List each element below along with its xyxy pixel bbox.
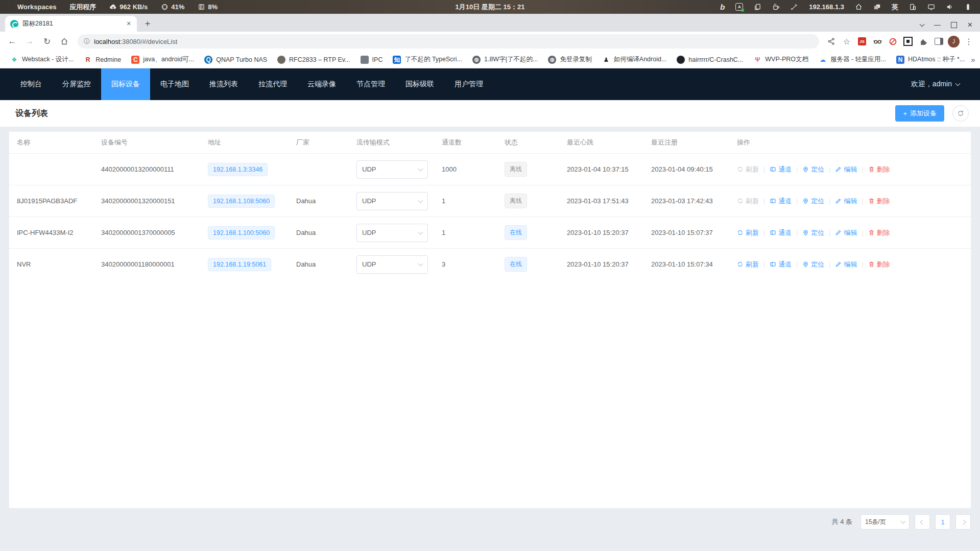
goggles-extension-icon[interactable]: [871, 35, 883, 47]
row-refresh-button[interactable]: 刷新: [737, 228, 759, 237]
display-tray-icon[interactable]: [927, 3, 935, 11]
bookmark-item[interactable]: 知 了不起的 TypeScri...: [389, 54, 466, 65]
site-info-icon[interactable]: ⓘ: [84, 37, 90, 46]
row-edit-button[interactable]: 编辑: [835, 228, 857, 237]
tab-close-icon[interactable]: ✕: [125, 20, 133, 28]
home-button[interactable]: [57, 34, 71, 49]
nav-item-1[interactable]: 控制台: [10, 68, 52, 100]
clipboard-tray-icon[interactable]: [754, 3, 761, 11]
bookmark-item[interactable]: C java、android可...: [127, 54, 198, 65]
battery-tray-icon[interactable]: [964, 3, 972, 11]
back-button[interactable]: ←: [5, 34, 19, 49]
window-restore-button[interactable]: [951, 22, 957, 28]
row-refresh-button[interactable]: 刷新: [737, 165, 759, 174]
profile-avatar[interactable]: J: [948, 36, 960, 47]
nav-item-7[interactable]: 云端录像: [297, 68, 346, 100]
windows-tray-icon[interactable]: [873, 3, 881, 11]
tab-search-icon[interactable]: [920, 21, 925, 27]
row-refresh-button[interactable]: 刷新: [737, 197, 759, 206]
address-bar[interactable]: ⓘ localhost:38080/#/deviceList: [78, 34, 819, 49]
nav-item-9[interactable]: 国标级联: [395, 68, 444, 100]
extensions-puzzle-icon[interactable]: [917, 35, 929, 47]
bookmark-item[interactable]: ❖ Webstack - 设计...: [6, 54, 78, 65]
memory-usage-indicator[interactable]: 8%: [198, 3, 218, 11]
bing-tray-icon[interactable]: b: [720, 3, 725, 11]
share-button[interactable]: [825, 35, 838, 47]
add-device-button[interactable]: + 添加设备: [895, 105, 944, 122]
page-number-button[interactable]: 1: [935, 514, 950, 530]
refresh-list-button[interactable]: [952, 105, 969, 122]
ip-address-indicator[interactable]: 192.168.1.3: [809, 3, 844, 11]
app-indicator-icon[interactable]: A: [735, 3, 743, 11]
next-page-button[interactable]: [955, 514, 971, 530]
bookmark-item[interactable]: RFC2833 – RTP Ev...: [273, 54, 354, 65]
browser-tab[interactable]: 国标28181 ✕: [5, 16, 137, 32]
nav-item-10[interactable]: 用户管理: [444, 68, 493, 100]
menu-kebab-icon[interactable]: ⋮: [963, 35, 975, 47]
new-tab-button[interactable]: ＋: [141, 17, 154, 29]
row-refresh-button[interactable]: 刷新: [737, 260, 759, 269]
workspaces-button[interactable]: Workspaces: [17, 3, 56, 11]
row-delete-button[interactable]: 删除: [868, 260, 890, 269]
nav-item-2[interactable]: 分屏监控: [52, 68, 101, 100]
network-speed-indicator[interactable]: 962 KB/s: [109, 3, 148, 11]
nav-item-4[interactable]: 电子地图: [150, 68, 199, 100]
bookmark-item[interactable]: ⊕ 1.8W字|了不起的...: [468, 54, 542, 65]
screenshot-extension-icon[interactable]: [902, 35, 914, 47]
row-delete-button[interactable]: 删除: [868, 165, 890, 174]
row-channel-button[interactable]: 通道: [770, 228, 792, 237]
side-panel-icon[interactable]: [933, 35, 945, 47]
row-locate-button[interactable]: 定位: [802, 165, 824, 174]
input-method-indicator[interactable]: 英: [892, 3, 898, 12]
forward-button[interactable]: →: [22, 34, 37, 49]
coffee-tray-icon[interactable]: [772, 3, 780, 11]
row-delete-button[interactable]: 删除: [868, 197, 890, 206]
page-size-select[interactable]: 15条/页: [861, 514, 910, 530]
nav-item-5[interactable]: 推流列表: [199, 68, 248, 100]
bookmark-item[interactable]: ☁ 服务器 - 轻量应用...: [815, 54, 890, 65]
stream-mode-select[interactable]: UDP: [356, 224, 428, 242]
row-delete-button[interactable]: 删除: [868, 228, 890, 237]
window-close-button[interactable]: ✕: [967, 21, 973, 29]
bookmark-item[interactable]: IPC: [356, 54, 387, 65]
bookmark-item[interactable]: ⊕ 免登录复制: [544, 54, 596, 65]
bookmark-item[interactable]: Q QNAP Turbo NAS: [200, 54, 271, 65]
bookmark-item[interactable]: N HDAtmos :: 种子 *...: [892, 54, 969, 65]
reload-button[interactable]: ↻: [40, 34, 54, 49]
row-channel-button[interactable]: 通道: [770, 197, 792, 206]
prev-page-button[interactable]: [915, 514, 930, 530]
stream-mode-select[interactable]: UDP: [356, 160, 428, 179]
row-channel-button[interactable]: 通道: [770, 165, 792, 174]
bookmark-item[interactable]: R Redmine: [80, 54, 125, 65]
volume-tray-icon[interactable]: [946, 3, 953, 11]
nav-item-3[interactable]: 国标设备: [101, 68, 150, 100]
stream-mode-select[interactable]: UDP: [356, 192, 428, 210]
user-menu[interactable]: 欢迎，admin: [911, 80, 980, 89]
bookmarks-overflow-icon[interactable]: »: [971, 55, 979, 64]
color-picker-tray-icon[interactable]: [791, 3, 798, 11]
address-pill[interactable]: 192.168.1.108:5060: [208, 195, 275, 208]
stream-mode-select[interactable]: UDP: [356, 255, 428, 274]
cpu-usage-indicator[interactable]: 41%: [161, 3, 184, 11]
js-extension-icon[interactable]: JS: [856, 35, 868, 47]
bookmark-item[interactable]: hairrrrr/C-CrashC...: [673, 54, 747, 65]
home-tray-icon[interactable]: [855, 3, 863, 11]
address-pill[interactable]: 192.168.1.19:5061: [208, 258, 271, 271]
applications-menu[interactable]: 应用程序: [69, 3, 96, 12]
row-locate-button[interactable]: 定位: [802, 228, 824, 237]
bookmark-item[interactable]: Ψ WVP-PRO文档: [749, 54, 812, 65]
nav-item-8[interactable]: 节点管理: [346, 68, 395, 100]
row-locate-button[interactable]: 定位: [802, 260, 824, 269]
row-channel-button[interactable]: 通道: [770, 260, 792, 269]
window-minimize-button[interactable]: —: [934, 21, 941, 29]
row-edit-button[interactable]: 编辑: [835, 197, 857, 206]
address-pill[interactable]: 192.168.1.100:5060: [208, 226, 275, 239]
row-locate-button[interactable]: 定位: [802, 197, 824, 206]
row-edit-button[interactable]: 编辑: [835, 260, 857, 269]
nav-item-6[interactable]: 拉流代理: [248, 68, 297, 100]
address-pill[interactable]: 192.168.1.3:3346: [208, 163, 268, 176]
adblock-extension-icon[interactable]: [887, 35, 899, 47]
row-edit-button[interactable]: 编辑: [835, 165, 857, 174]
bookmark-item[interactable]: ♟ 如何编译Android...: [598, 54, 671, 65]
bookmark-star-icon[interactable]: ☆: [841, 35, 853, 47]
